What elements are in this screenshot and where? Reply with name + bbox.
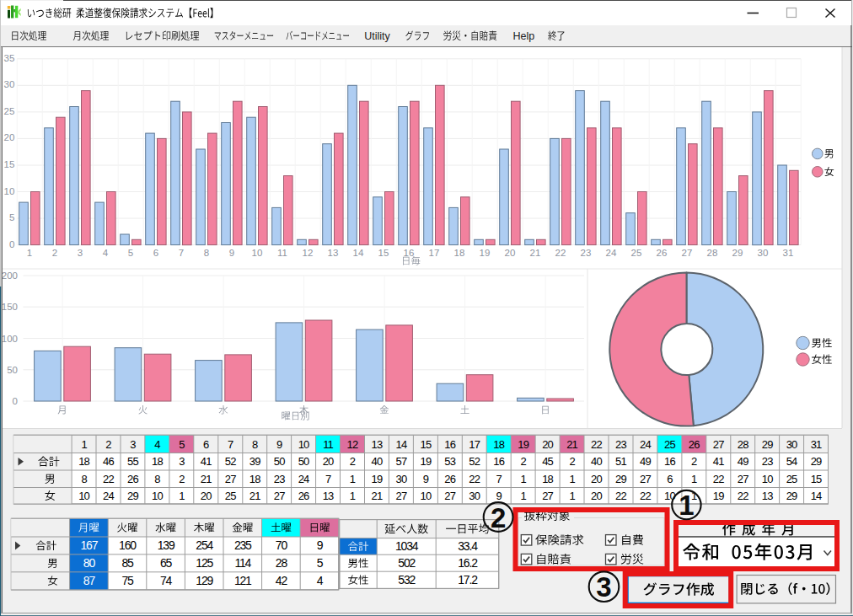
svg-text:23: 23 — [274, 473, 285, 485]
svg-text:254: 254 — [196, 538, 213, 552]
svg-text:18: 18 — [493, 438, 504, 451]
svg-text:41: 41 — [713, 455, 724, 468]
svg-text:1: 1 — [691, 473, 697, 485]
svg-text:53: 53 — [444, 455, 455, 468]
svg-text:1034: 1034 — [395, 539, 419, 553]
svg-text:27: 27 — [682, 248, 693, 258]
svg-text:11: 11 — [277, 248, 287, 258]
svg-text:114: 114 — [234, 556, 251, 570]
svg-text:30: 30 — [758, 248, 769, 258]
svg-text:1: 1 — [679, 490, 694, 521]
svg-text:42: 42 — [276, 574, 288, 587]
svg-text:29: 29 — [762, 438, 773, 451]
svg-text:9: 9 — [496, 490, 502, 502]
svg-text:29: 29 — [811, 455, 822, 468]
svg-text:27: 27 — [640, 473, 651, 485]
svg-text:21: 21 — [201, 473, 212, 485]
svg-text:16: 16 — [493, 455, 504, 468]
svg-text:18: 18 — [78, 455, 89, 468]
svg-text:16.2: 16.2 — [458, 556, 478, 570]
svg-text:31: 31 — [811, 438, 822, 451]
svg-text:1: 1 — [350, 490, 356, 502]
svg-text:21: 21 — [249, 490, 260, 502]
svg-text:40: 40 — [591, 455, 602, 468]
svg-text:49: 49 — [738, 455, 748, 468]
svg-text:15: 15 — [420, 438, 431, 451]
svg-text:29: 29 — [732, 248, 743, 258]
svg-text:55: 55 — [127, 455, 138, 468]
svg-text:16: 16 — [664, 455, 675, 468]
svg-text:11: 11 — [323, 438, 333, 451]
svg-text:35: 35 — [4, 53, 15, 63]
svg-text:27: 27 — [225, 473, 236, 485]
svg-text:139: 139 — [158, 538, 175, 552]
svg-text:16: 16 — [444, 438, 455, 451]
svg-text:41: 41 — [201, 455, 212, 468]
svg-text:10: 10 — [298, 438, 309, 451]
svg-text:200: 200 — [2, 271, 18, 281]
svg-text:5: 5 — [128, 248, 133, 258]
svg-text:75: 75 — [121, 574, 134, 587]
svg-text:29: 29 — [615, 473, 626, 485]
svg-text:2: 2 — [569, 455, 575, 468]
svg-text:27: 27 — [444, 490, 455, 502]
svg-text:532: 532 — [398, 573, 416, 587]
svg-text:30: 30 — [4, 79, 15, 89]
svg-text:160: 160 — [119, 538, 137, 552]
svg-text:18: 18 — [152, 455, 163, 468]
svg-text:100: 100 — [2, 334, 18, 344]
svg-text:7: 7 — [325, 473, 331, 485]
svg-text:19: 19 — [480, 248, 491, 258]
svg-text:22: 22 — [469, 473, 480, 485]
svg-text:4: 4 — [103, 248, 109, 258]
svg-text:167: 167 — [81, 538, 99, 552]
svg-text:3: 3 — [130, 438, 136, 451]
svg-text:24: 24 — [606, 248, 617, 258]
svg-text:57: 57 — [395, 455, 406, 468]
svg-text:24: 24 — [640, 438, 651, 451]
svg-text:50: 50 — [7, 365, 18, 375]
svg-text:7: 7 — [228, 438, 233, 451]
svg-text:29: 29 — [127, 490, 138, 502]
svg-text:3: 3 — [179, 455, 185, 468]
svg-text:26: 26 — [444, 473, 455, 485]
svg-text:8: 8 — [252, 438, 258, 451]
svg-text:15: 15 — [378, 248, 389, 258]
svg-text:10: 10 — [152, 490, 163, 502]
svg-text:85: 85 — [121, 556, 134, 570]
svg-text:23: 23 — [615, 438, 626, 451]
svg-text:30: 30 — [395, 473, 406, 485]
svg-text:80: 80 — [83, 556, 96, 570]
svg-text:28: 28 — [276, 556, 288, 570]
svg-text:19: 19 — [713, 490, 724, 502]
svg-text:20: 20 — [505, 248, 516, 258]
svg-text:20: 20 — [323, 455, 334, 468]
svg-text:45: 45 — [542, 455, 553, 468]
svg-text:13: 13 — [323, 490, 334, 502]
svg-text:0: 0 — [9, 239, 14, 249]
svg-text:7: 7 — [179, 248, 184, 258]
svg-text:22: 22 — [713, 473, 724, 485]
svg-text:10: 10 — [78, 490, 89, 502]
svg-text:5: 5 — [9, 212, 14, 222]
svg-text:27: 27 — [713, 438, 724, 451]
svg-text:9: 9 — [423, 473, 429, 485]
svg-text:31: 31 — [783, 248, 794, 258]
svg-text:25: 25 — [4, 106, 15, 116]
svg-text:2: 2 — [491, 502, 506, 533]
svg-text:25: 25 — [225, 490, 236, 502]
svg-text:70: 70 — [276, 538, 288, 552]
svg-text:20: 20 — [201, 490, 212, 502]
svg-text:54: 54 — [786, 455, 797, 468]
svg-text:12: 12 — [303, 248, 314, 258]
svg-text:51: 51 — [615, 455, 626, 468]
svg-text:15: 15 — [811, 473, 822, 485]
svg-text:1: 1 — [350, 473, 356, 485]
svg-text:2: 2 — [520, 455, 526, 468]
svg-text:8: 8 — [154, 473, 160, 485]
svg-text:27: 27 — [542, 490, 553, 502]
svg-text:6: 6 — [153, 248, 158, 258]
svg-text:22: 22 — [640, 490, 651, 502]
svg-text:30: 30 — [469, 490, 480, 502]
svg-text:23: 23 — [762, 455, 773, 468]
